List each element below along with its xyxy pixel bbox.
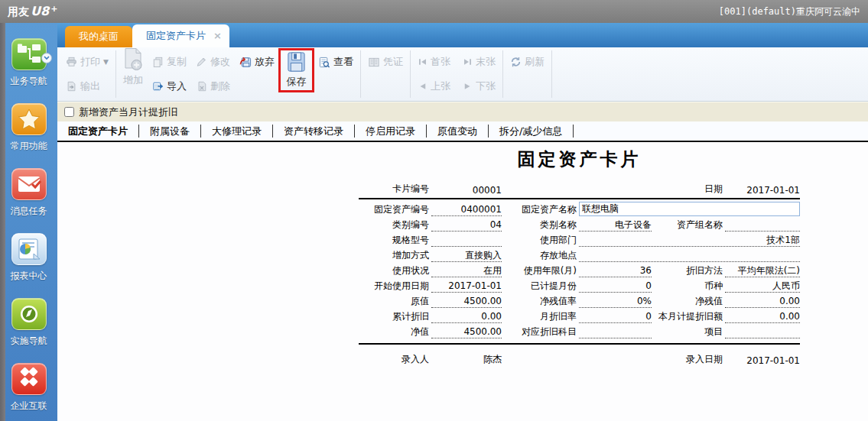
button-label: 下张 [476, 79, 496, 93]
subtab-fixed-asset-card[interactable]: 固定资产卡片 [57, 121, 138, 141]
subtab-stop-start-records[interactable]: 停启用记录 [355, 121, 426, 141]
titlebar: 用友U8+ [001](default)重庆阿可云渝中 [0, 0, 868, 23]
sidebar-item-common-functions[interactable]: 常用功能 [0, 103, 57, 168]
subtab-original-value-changes[interactable]: 原值变动 [427, 121, 488, 141]
import-button[interactable]: 导入 [150, 79, 189, 94]
last-record-button[interactable]: 末张 [460, 54, 498, 70]
field-label: 规格型号 [359, 234, 431, 247]
view-button[interactable]: 查看 [316, 54, 356, 70]
sidebar-item-business-nav[interactable]: 业务导航 [0, 38, 57, 103]
field-value[interactable]: 2017-01-01 [431, 280, 502, 293]
app-window: 用友U8+ [001](default)重庆阿可云渝中 业务导航 常用功能 [0, 0, 868, 421]
printer-icon [66, 57, 77, 67]
brand-u8: U8 [31, 4, 49, 18]
field-value[interactable]: 直接购入 [431, 250, 502, 262]
delete-icon [196, 81, 207, 92]
field-value[interactable]: 4500.00 [431, 296, 502, 308]
prev-record-button[interactable]: 上张 [415, 79, 453, 94]
subtab-split-reduce-info[interactable]: 拆分/减少信息 [489, 121, 573, 141]
first-record-button[interactable]: 首张 [415, 54, 453, 70]
discard-button[interactable]: 放弃 [237, 54, 277, 70]
field-value[interactable] [431, 235, 502, 247]
field-value[interactable]: 36 [579, 265, 652, 277]
copy-button[interactable]: 复制 [150, 54, 189, 70]
field-label: 资产组名称 [652, 219, 725, 232]
button-label: 输出 [80, 79, 100, 93]
delete-button[interactable]: 删除 [193, 79, 232, 94]
sidebar-item-label: 报表中心 [11, 270, 47, 283]
button-label: 末张 [476, 55, 496, 69]
tab-my-desktop[interactable]: 我的桌面 [65, 26, 132, 47]
import-icon [152, 81, 164, 92]
button-label: 保存 [286, 75, 306, 89]
app-logo: 用友U8+ [8, 4, 57, 19]
field-value[interactable] [725, 326, 800, 338]
save-icon [286, 51, 307, 73]
sidebar-item-implementation-nav[interactable]: 实施导航 [0, 298, 57, 363]
sidebar-item-messages[interactable]: 消息任务 [0, 168, 57, 233]
entry-date-value: 2017-01-01 [725, 355, 800, 366]
save-highlight-box: 保存 [278, 48, 314, 92]
subtab-transfer-records[interactable]: 资产转移记录 [273, 121, 354, 141]
field-value[interactable]: 0.00 [431, 311, 502, 323]
close-icon[interactable]: × [213, 24, 222, 47]
brand-plus: + [50, 4, 57, 14]
field-value[interactable]: 电子设备 [579, 219, 652, 232]
export-button[interactable]: 输出 [63, 79, 111, 94]
field-label: 币种 [652, 280, 725, 293]
account-info: [001](default)重庆阿可云渝中 [719, 5, 860, 18]
sidebar-item-report-center[interactable]: 报表中心 [0, 233, 57, 298]
add-button[interactable]: 增加 [121, 47, 145, 87]
first-icon [418, 57, 427, 66]
field-value[interactable]: 0 [579, 311, 652, 323]
chevron-down-icon: ▼ [103, 58, 109, 66]
save-button[interactable]: 保存 [284, 51, 308, 89]
field-value[interactable]: 0 [579, 280, 652, 293]
form-row: 净值4500.00对应折旧科目项目 [359, 323, 800, 338]
print-button[interactable]: 打印 ▼ [63, 54, 111, 70]
sidebar-item-label: 消息任务 [11, 205, 47, 218]
field-label: 类别编号 [359, 219, 431, 232]
form-row: 固定资产编号0400001固定资产名称联想电脑 [359, 201, 800, 216]
field-value[interactable]: 平均年限法(二) [725, 265, 800, 277]
form-row: 类别编号04类别名称电子设备资产组名称 [359, 216, 800, 232]
voucher-button[interactable]: 凭证 [366, 54, 405, 70]
subtab-divider [573, 125, 574, 138]
date-value: 2017-01-01 [725, 185, 800, 196]
modify-button[interactable]: 修改 [193, 54, 232, 70]
expand-badge-icon[interactable] [41, 53, 52, 63]
field-value[interactable]: 在用 [431, 265, 502, 277]
field-value[interactable]: 0.00 [725, 296, 800, 308]
refresh-button[interactable]: 刷新 [508, 54, 547, 70]
tab-fixed-asset-card[interactable]: 固定资产卡片 × [132, 24, 229, 47]
form-footer-row: 录入人 陈杰 录入日期 2017-01-01 [359, 351, 800, 366]
field-value[interactable] [579, 326, 652, 338]
field-label: 固定资产编号 [359, 203, 431, 216]
button-label: 上张 [431, 79, 450, 93]
field-value[interactable]: 0% [579, 296, 652, 308]
field-label: 录入人 [359, 353, 431, 366]
field-value[interactable]: 0.00 [725, 311, 800, 323]
next-record-button[interactable]: 下张 [460, 79, 498, 94]
field-label: 开始使用日期 [359, 280, 431, 293]
add-doc-icon [122, 47, 144, 72]
field-label: 折旧方法 [652, 264, 725, 277]
toolbar-separator [115, 50, 116, 98]
field-value[interactable]: 4500.00 [431, 326, 502, 338]
depreciate-current-month-checkbox[interactable] [64, 107, 74, 117]
button-label: 打印 [80, 55, 100, 69]
field-value[interactable] [725, 219, 800, 232]
document-tabbar: 我的桌面 固定资产卡片 × [57, 23, 868, 47]
subtab-attached-equipment[interactable]: 附属设备 [139, 121, 200, 141]
field-value[interactable]: 04 [431, 219, 502, 232]
asset-name-input[interactable]: 联想电脑 [579, 202, 800, 216]
field-value[interactable]: 技术1部 [579, 235, 800, 247]
form-divider-line [359, 343, 800, 345]
field-value[interactable]: 人民币 [725, 280, 800, 293]
sidebar-item-enterprise-link[interactable]: 企业互联 [0, 363, 57, 421]
field-value[interactable]: 0400001 [431, 204, 502, 216]
field-value[interactable] [579, 250, 800, 262]
field-label: 卡片编号 [359, 183, 431, 196]
subtab-overhaul-records[interactable]: 大修理记录 [201, 121, 272, 141]
last-icon [463, 57, 473, 66]
